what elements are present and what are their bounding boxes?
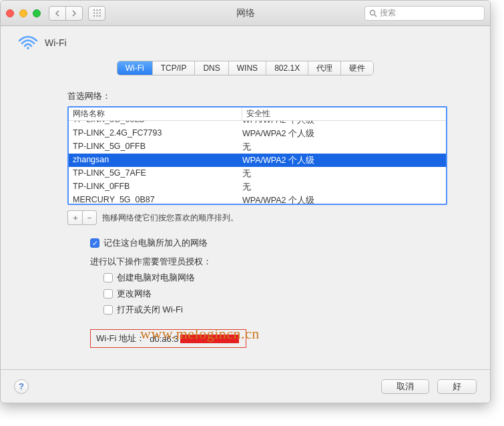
network-security: WPA/WPA2 个人级 [242,128,442,140]
network-row-selected[interactable]: zhangsan WPA/WPA2 个人级 [69,154,446,167]
svg-point-11 [27,47,29,49]
network-security: 无 [242,142,442,153]
search-placeholder: 搜索 [380,7,396,19]
network-security: WPA/WPA2 个人级 [242,155,442,166]
network-security: 无 [242,168,442,180]
create-adhoc-checkbox[interactable] [103,273,113,282]
forward-button[interactable] [65,6,83,21]
content-area: Wi-Fi Wi-Fi TCP/IP DNS WINS 802.1X 代理 硬件… [1,26,490,369]
svg-point-5 [99,12,100,13]
toggle-wifi-checkbox[interactable] [103,305,113,314]
create-adhoc-label: 创建电脑对电脑网络 [117,272,195,284]
svg-point-4 [96,12,97,13]
remember-networks-checkbox[interactable] [90,238,99,248]
toggle-wifi-row: 打开或关闭 Wi-Fi [103,304,473,316]
toggle-wifi-label: 打开或关闭 Wi-Fi [117,304,183,316]
remember-networks-label: 记住这台电脑所加入的网络 [103,237,208,249]
create-adhoc-row: 创建电脑对电脑网络 [103,272,473,284]
change-network-row: 更改网络 [103,288,473,300]
svg-point-8 [99,15,100,17]
network-name: TP-LINK_2.4G_FC7793 [73,128,242,140]
network-row[interactable]: TP-LINK_5G_7AFE 无 [69,167,446,180]
drag-hint: 拖移网络使它们按您喜欢的顺序排列。 [102,212,238,224]
network-list-header: 网络名称 安全性 [69,108,446,121]
network-row[interactable]: TP-LINK_0FFB 无 [69,180,446,194]
svg-line-10 [374,15,376,17]
tab-proxy[interactable]: 代理 [308,61,341,75]
cancel-button[interactable]: 取消 [381,379,429,394]
zoom-window-button[interactable] [33,9,41,17]
column-network-name[interactable]: 网络名称 [69,108,242,120]
svg-point-9 [370,10,375,15]
network-security: WPA/WPA2 个人级 [242,121,442,126]
network-name: TP-LINK_5G_7AFE [73,168,242,180]
wifi-icon [18,35,38,50]
preferred-networks-label: 首选网络： [67,90,473,102]
svg-point-6 [93,15,95,17]
preferences-window: 网络 搜索 Wi-Fi Wi-Fi TCP/IP DNS WINS 802.1X… [0,0,491,403]
svg-point-1 [96,9,97,11]
close-window-button[interactable] [6,9,14,17]
column-security[interactable]: 安全性 [242,108,446,120]
titlebar: 网络 搜索 [1,1,490,26]
network-name: MERCURY_5G_0B87 [73,195,242,206]
admin-auth-label: 进行以下操作需要管理员授权： [90,256,473,268]
network-row[interactable]: TP-LINK_2.4G_FC7793 WPA/WPA2 个人级 [69,127,446,140]
network-list[interactable]: 网络名称 安全性 TP-LINK_5G_03LD WPA/WPA2 个人级 TP… [67,106,447,205]
chevron-right-icon [71,10,77,17]
add-network-button[interactable]: ＋ [67,210,82,225]
remember-networks-row: 记住这台电脑所加入的网络 [90,237,473,249]
chevron-left-icon [55,10,60,17]
window-controls [6,9,41,17]
tab-tcpip[interactable]: TCP/IP [153,61,196,75]
ok-button[interactable]: 好 [437,379,477,394]
svg-point-7 [96,15,97,17]
minimize-window-button[interactable] [19,9,27,17]
wifi-title: Wi-Fi [45,37,67,48]
wifi-header: Wi-Fi [18,35,473,50]
show-all-button[interactable] [88,6,105,21]
network-row[interactable]: TP-LINK_5G_03LD WPA/WPA2 个人级 [69,121,446,127]
svg-point-3 [93,12,95,13]
list-tools: ＋ － 拖移网络使它们按您喜欢的顺序排列。 [67,210,473,225]
tab-dns[interactable]: DNS [195,61,228,75]
change-network-label: 更改网络 [117,288,152,300]
network-security: 无 [242,182,442,193]
network-name: TP-LINK_0FFB [73,182,242,193]
remove-network-button[interactable]: － [82,210,97,225]
svg-point-0 [93,9,95,11]
tab-wins[interactable]: WINS [229,61,266,75]
network-rows: TP-LINK_5G_03LD WPA/WPA2 个人级 TP-LINK_2.4… [69,121,446,205]
network-name: zhangsan [73,155,242,166]
network-row[interactable]: TP-LINK_5G_0FFB 无 [69,140,446,154]
wifi-address-label: Wi-Fi 地址： [96,333,145,345]
grid-icon [93,9,101,17]
search-icon [369,9,377,17]
network-name: TP-LINK_5G_03LD [73,121,242,126]
svg-point-2 [99,9,100,11]
back-button[interactable] [49,6,66,21]
network-row[interactable]: MERCURY_5G_0B87 WPA/WPA2 个人级 [69,194,446,205]
tab-bar: Wi-Fi TCP/IP DNS WINS 802.1X 代理 硬件 [18,61,473,75]
network-security: WPA/WPA2 个人级 [242,195,442,206]
tab-8021x[interactable]: 802.1X [266,61,308,75]
network-name: TP-LINK_5G_0FFB [73,142,242,153]
tab-hardware[interactable]: 硬件 [341,61,373,75]
footer: ? 取消 好 [1,369,490,403]
nav-buttons [49,6,83,21]
watermark-text: www.melogincn.cn [140,325,260,343]
change-network-checkbox[interactable] [103,289,113,298]
search-field[interactable]: 搜索 [364,6,485,21]
tab-wifi[interactable]: Wi-Fi [117,61,153,75]
help-button[interactable]: ? [14,379,29,394]
